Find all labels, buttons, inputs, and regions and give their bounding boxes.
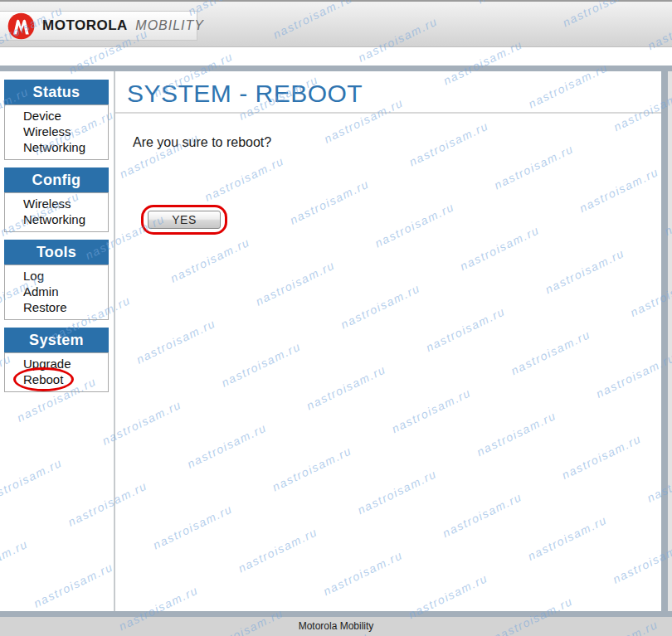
content-right-border (661, 71, 668, 611)
sidebar-item-status-networking[interactable]: Networking (23, 139, 108, 155)
sidebar-section-status: Status Device Wireless Networking (4, 80, 109, 160)
sidebar-item-log[interactable]: Log (23, 268, 108, 284)
content-top-border (0, 66, 672, 71)
sidebar-item-admin[interactable]: Admin (23, 284, 108, 299)
sidebar-items-config: Wireless Networking (4, 192, 109, 232)
sidebar-item-device[interactable]: Device (23, 108, 108, 124)
watermark-text: nastroisam.ru (0, 537, 30, 587)
sidebar-items-status: Device Wireless Networking (4, 104, 109, 160)
sidebar-item-reboot[interactable]: Reboot (23, 371, 108, 387)
sidebar-header-config: Config (4, 167, 109, 192)
sidebar-items-tools: Log Admin Restore (4, 265, 109, 320)
content-bottom-border (0, 611, 672, 617)
sidebar-section-tools: Tools Log Admin Restore (4, 240, 109, 320)
header-band: MOTOROLA MOBILITY (0, 0, 672, 47)
brand-wordmark: MOTOROLA MOBILITY (42, 17, 204, 34)
page-right-strip (668, 71, 672, 611)
router-admin-page: MOTOROLA MOBILITY Status Device Wireless… (0, 0, 672, 636)
sidebar-item-restore[interactable]: Restore (23, 299, 108, 315)
page-title: SYSTEM - REBOOT (127, 79, 661, 109)
motorola-m-icon (7, 12, 35, 40)
sidebar-header-tools: Tools (4, 240, 109, 265)
sidebar-item-config-wireless[interactable]: Wireless (23, 196, 108, 211)
yes-button-wrap: YES (148, 211, 221, 229)
sidebar-items-system: Upgrade Reboot (4, 352, 109, 392)
footer-bar: Motorola Mobility (0, 617, 672, 636)
sidebar-section-system: System Upgrade Reboot (4, 328, 109, 392)
watermark-text: nastroisam.ru (0, 456, 64, 506)
yes-button[interactable]: YES (148, 211, 221, 229)
title-divider (115, 112, 661, 114)
brand-secondary-text: MOBILITY (135, 18, 204, 32)
logo-plate: MOTOROLA MOBILITY (0, 11, 197, 41)
sidebar-item-upgrade[interactable]: Upgrade (23, 356, 108, 371)
reboot-confirm-question: Are you sure to reboot? (133, 135, 661, 150)
sidebar-header-system: System (4, 328, 109, 352)
watermark-text: nastroisam.ru (32, 561, 115, 610)
sidebar-header-status: Status (4, 80, 109, 104)
sidebar-item-config-networking[interactable]: Networking (23, 211, 108, 227)
brand-primary-text: MOTOROLA (42, 17, 128, 33)
sidebar-nav: Status Device Wireless Networking Config… (4, 80, 109, 400)
sidebar-item-status-wireless[interactable]: Wireless (23, 124, 108, 139)
main-content: SYSTEM - REBOOT Are you sure to reboot? … (115, 71, 661, 611)
sidebar-section-config: Config Wireless Networking (4, 167, 109, 232)
